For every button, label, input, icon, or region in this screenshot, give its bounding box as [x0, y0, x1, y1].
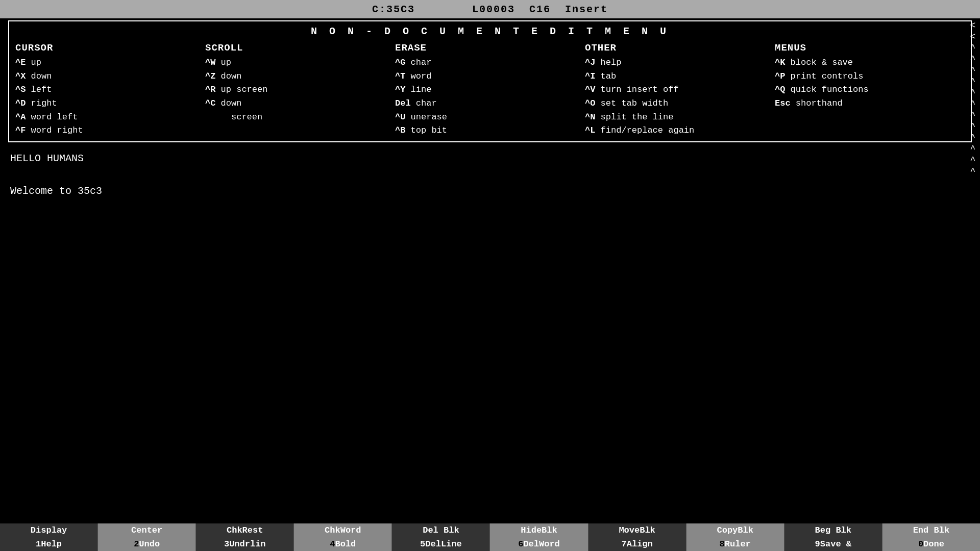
menus-col: MENUS ^K block & save ^P print controls …: [775, 42, 965, 137]
fn-save[interactable]: 9Save &: [785, 537, 883, 551]
scroll-up-8[interactable]: ^: [970, 121, 976, 132]
fn-hide-blk[interactable]: HideBlk: [490, 523, 588, 537]
scroll-item-6: [205, 124, 395, 137]
fn-help[interactable]: 1Help: [0, 537, 98, 551]
fn-done[interactable]: 0Done: [883, 537, 980, 551]
bottom-bars: Display Center ChkRest ChkWord Del Blk H…: [0, 523, 980, 551]
fn-ruler[interactable]: 8Ruler: [687, 537, 785, 551]
scroll-item-3: ^R up screen: [205, 84, 395, 96]
cursor-col: CURSOR ^E up ^X down ^S left ^D right ^A…: [15, 42, 205, 137]
cursor-item-3: ^S left: [15, 84, 205, 96]
fn-end-blk[interactable]: End Blk: [883, 523, 980, 537]
fn-center[interactable]: Center: [98, 523, 196, 537]
fn-del-line[interactable]: 5DelLine: [392, 537, 490, 551]
cursor-header: CURSOR: [15, 42, 205, 54]
menus-item-2: ^P print controls: [775, 70, 965, 83]
cursor-item-5: ^A word left: [15, 111, 205, 124]
menu-columns: CURSOR ^E up ^X down ^S left ^D right ^A…: [15, 42, 965, 137]
other-item-2: ^I tab: [585, 70, 775, 83]
cursor-item-2: ^X down: [15, 70, 205, 83]
other-item-6: ^L find/replace again: [585, 124, 775, 137]
erase-item-5: ^U unerase: [395, 111, 585, 124]
fn-undrlin[interactable]: 3Undrlin: [196, 537, 294, 551]
editor-line-2: [10, 167, 970, 183]
menus-item-3: ^Q quick functions: [775, 84, 965, 96]
other-item-3: ^V turn insert off: [585, 84, 775, 96]
fn-del-blk[interactable]: Del Blk: [392, 523, 490, 537]
scroll-col: SCROLL ^W up ^Z down ^R up screen ^C dow…: [205, 42, 395, 137]
scroll-up-7[interactable]: ^: [970, 110, 976, 120]
cursor-position: C:35C3: [372, 4, 415, 15]
function-row-bottom: 1Help 2Undo 3Undrlin 4Bold 5DelLine 6Del…: [0, 537, 980, 551]
scroll-arrow-2[interactable]: <: [970, 32, 976, 42]
erase-item-4: Del char: [395, 97, 585, 110]
cursor-item-4: ^D right: [15, 97, 205, 110]
fn-del-word[interactable]: 6DelWord: [490, 537, 588, 551]
other-header: OTHER: [585, 42, 775, 54]
cursor-item-6: ^F word right: [15, 124, 205, 137]
scroll-item-5: screen: [205, 111, 395, 124]
scroll-up-3[interactable]: ^: [970, 65, 976, 76]
fn-chkword[interactable]: ChkWord: [294, 523, 392, 537]
fn-undo[interactable]: 2Undo: [98, 537, 196, 551]
scroll-up-2[interactable]: ^: [970, 54, 976, 64]
scrollbar[interactable]: < < ^ ^ ^ ^ ^ ^ ^ ^ ^ ^ ^ ^: [966, 18, 980, 509]
erase-header: ERASE: [395, 42, 585, 54]
menus-item-5: [775, 111, 965, 124]
scroll-item-4: ^C down: [205, 97, 395, 110]
scroll-up-5[interactable]: ^: [970, 88, 976, 98]
scroll-up-11[interactable]: ^: [970, 155, 976, 165]
editor-area[interactable]: HELLO HUMANS Welcome to 35c3: [0, 144, 980, 206]
scroll-item-1: ^W up: [205, 57, 395, 69]
menus-header: MENUS: [775, 42, 965, 54]
erase-col: ERASE ^G char ^T word ^Y line Del char ^…: [395, 42, 585, 137]
scroll-up-6[interactable]: ^: [970, 99, 976, 109]
fn-copy-blk[interactable]: CopyBlk: [687, 523, 785, 537]
other-col: OTHER ^J help ^I tab ^V turn insert off …: [585, 42, 775, 137]
menus-item-6: [775, 124, 965, 137]
fn-chkrest[interactable]: ChkRest: [196, 523, 294, 537]
cursor-item-1: ^E up: [15, 57, 205, 69]
erase-item-1: ^G char: [395, 57, 585, 69]
scroll-item-2: ^Z down: [205, 70, 395, 83]
col-number: C16: [529, 4, 551, 15]
fn-display[interactable]: Display: [0, 523, 98, 537]
other-item-1: ^J help: [585, 57, 775, 69]
erase-item-2: ^T word: [395, 70, 585, 83]
editor-line-1: HELLO HUMANS: [10, 151, 970, 167]
fn-align[interactable]: 7Align: [589, 537, 687, 551]
erase-item-6: ^B top bit: [395, 124, 585, 137]
function-row-top: Display Center ChkRest ChkWord Del Blk H…: [0, 523, 980, 537]
fn-move-blk[interactable]: MoveBlk: [589, 523, 687, 537]
scroll-up-4[interactable]: ^: [970, 77, 976, 87]
scroll-arrow-1[interactable]: <: [970, 20, 976, 31]
erase-item-3: ^Y line: [395, 84, 585, 96]
edit-mode: Insert: [565, 4, 608, 15]
other-item-5: ^N split the line: [585, 111, 775, 124]
fn-beg-blk[interactable]: Beg Blk: [785, 523, 883, 537]
line-number: L00003: [472, 4, 515, 15]
other-item-4: ^O set tab width: [585, 97, 775, 110]
scroll-up-10[interactable]: ^: [970, 144, 976, 154]
scroll-up-12[interactable]: ^: [970, 166, 976, 177]
status-bar: C:35C3 L00003 C16 Insert: [0, 0, 980, 18]
menus-item-1: ^K block & save: [775, 57, 965, 69]
editor-line-3: Welcome to 35c3: [10, 183, 970, 199]
menu-title: N O N - D O C U M E N T E D I T M E N U: [15, 26, 965, 37]
scroll-header: SCROLL: [205, 42, 395, 54]
fn-bold[interactable]: 4Bold: [294, 537, 392, 551]
scroll-up-9[interactable]: ^: [970, 133, 976, 143]
scroll-up-1[interactable]: ^: [970, 43, 976, 53]
menu-box: N O N - D O C U M E N T E D I T M E N U …: [8, 20, 972, 142]
menus-item-4: Esc shorthand: [775, 97, 965, 110]
